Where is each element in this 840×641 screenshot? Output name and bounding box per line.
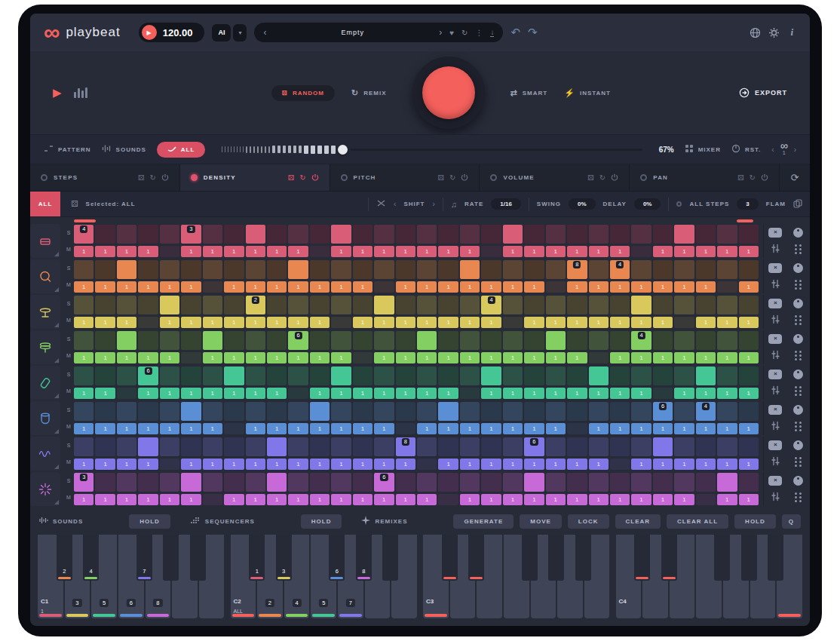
clear-button[interactable]: CLEAR bbox=[615, 514, 661, 529]
micro-step-cell[interactable]: 1 bbox=[653, 494, 673, 505]
micro-step-cell[interactable]: 1 bbox=[374, 494, 394, 505]
micro-step-cell[interactable]: 1 bbox=[717, 246, 737, 257]
step-cell[interactable] bbox=[674, 437, 694, 456]
micro-step-cell[interactable]: 1 bbox=[353, 423, 372, 434]
micro-step-cell[interactable] bbox=[374, 281, 394, 293]
micro-step-cell[interactable]: 1 bbox=[396, 317, 415, 328]
micro-step-cell[interactable]: 1 bbox=[396, 246, 415, 257]
step-cell[interactable] bbox=[589, 402, 609, 421]
shift-left-button[interactable]: ‹ bbox=[394, 200, 396, 208]
step-cell[interactable]: 8 bbox=[396, 437, 415, 456]
browser-icon[interactable] bbox=[750, 27, 761, 38]
micro-step-cell[interactable]: 1 bbox=[696, 459, 716, 470]
micro-step-cell[interactable]: 1 bbox=[589, 281, 609, 293]
micro-step-cell[interactable]: 1 bbox=[203, 352, 222, 363]
preset-menu-icon[interactable]: ⋮ bbox=[475, 29, 483, 37]
micro-step-cell[interactable]: 1 bbox=[95, 317, 115, 328]
step-cell[interactable] bbox=[546, 402, 566, 421]
micro-step-cell[interactable]: 1 bbox=[138, 281, 158, 293]
track-select-snare-drum[interactable] bbox=[30, 224, 60, 258]
step-cell[interactable] bbox=[138, 331, 158, 350]
step-cell[interactable] bbox=[224, 260, 244, 279]
step-cell[interactable] bbox=[117, 437, 136, 456]
step-cell[interactable] bbox=[117, 260, 136, 279]
micro-step-cell[interactable]: 1 bbox=[674, 246, 694, 257]
power-icon[interactable] bbox=[461, 173, 468, 182]
micro-step-cell[interactable]: 1 bbox=[288, 459, 308, 470]
step-cell[interactable] bbox=[481, 437, 501, 456]
piano-key-black[interactable] bbox=[382, 535, 398, 581]
refresh-icon[interactable]: ↻ bbox=[750, 173, 756, 182]
step-cell[interactable]: 2 bbox=[246, 296, 265, 314]
step-cell[interactable] bbox=[653, 437, 673, 456]
micro-step-cell[interactable]: 1 bbox=[546, 246, 566, 257]
micro-step-cell[interactable]: 1 bbox=[631, 281, 651, 293]
step-cell[interactable] bbox=[288, 473, 308, 492]
step-cell[interactable] bbox=[503, 437, 523, 456]
piano-key-black[interactable] bbox=[768, 535, 783, 581]
micro-step-cell[interactable]: 1 bbox=[267, 459, 287, 470]
step-cell[interactable] bbox=[331, 402, 351, 421]
micro-step-cell[interactable] bbox=[203, 281, 222, 293]
micro-step-cell[interactable]: 1 bbox=[396, 352, 415, 363]
step-cell[interactable] bbox=[717, 473, 737, 492]
micro-step-cell[interactable]: 1 bbox=[267, 423, 287, 434]
preset-prev-button[interactable]: ‹ bbox=[263, 27, 266, 38]
step-cell[interactable] bbox=[310, 367, 330, 385]
step-cell[interactable] bbox=[160, 437, 179, 456]
micro-step-cell[interactable]: 1 bbox=[653, 352, 673, 363]
micro-step-cell[interactable]: 1 bbox=[739, 423, 759, 434]
loop-end-marker[interactable] bbox=[737, 219, 753, 222]
step-cell[interactable] bbox=[203, 225, 222, 244]
micro-step-cell[interactable]: 1 bbox=[160, 494, 179, 505]
power-icon[interactable] bbox=[161, 173, 169, 182]
micro-step-cell[interactable]: 1 bbox=[288, 423, 308, 434]
micro-step-cell[interactable]: 1 bbox=[460, 317, 480, 328]
bpm-display[interactable]: ▶ 120.00 bbox=[139, 23, 205, 42]
step-cell[interactable] bbox=[546, 260, 566, 279]
micro-step-cell[interactable]: 1 bbox=[138, 459, 158, 470]
micro-step-cell[interactable] bbox=[117, 388, 136, 399]
step-cell[interactable] bbox=[203, 473, 222, 492]
loop-prev-button[interactable]: ‹ bbox=[771, 146, 774, 154]
step-cell[interactable] bbox=[288, 296, 308, 314]
micro-step-cell[interactable]: 1 bbox=[74, 494, 94, 505]
micro-step-cell[interactable]: 1 bbox=[696, 388, 716, 399]
micro-step-cell[interactable]: 1 bbox=[353, 459, 372, 470]
step-cell[interactable] bbox=[353, 331, 372, 350]
infinite-generator-knob[interactable] bbox=[422, 66, 475, 119]
dice-icon[interactable]: ⚄ bbox=[437, 173, 444, 182]
step-cell[interactable] bbox=[438, 260, 458, 279]
step-cell[interactable] bbox=[567, 367, 587, 385]
micro-step-cell[interactable]: 1 bbox=[310, 494, 330, 505]
randomize-dice-icon[interactable]: ⚄ bbox=[71, 199, 78, 209]
micro-step-cell[interactable]: 1 bbox=[567, 494, 587, 505]
ai-mode-button[interactable]: AI bbox=[212, 24, 231, 41]
hold-sounds-button[interactable]: HOLD bbox=[129, 514, 170, 529]
micro-step-cell[interactable]: 1 bbox=[396, 459, 415, 470]
step-cell[interactable] bbox=[460, 367, 480, 385]
step-cell[interactable] bbox=[74, 260, 94, 279]
step-cell[interactable] bbox=[353, 225, 372, 244]
refresh-icon[interactable]: ↻ bbox=[149, 173, 155, 182]
preset-name[interactable]: Empty bbox=[274, 29, 431, 36]
step-cell[interactable] bbox=[95, 225, 115, 244]
hold-remixes-button[interactable]: HOLD bbox=[734, 514, 776, 529]
piano-key-black[interactable]: 1 bbox=[249, 535, 265, 581]
density-slider-thumb[interactable] bbox=[338, 145, 348, 155]
clear-track-button[interactable]: × bbox=[768, 228, 782, 238]
flam-label[interactable]: FLAM bbox=[766, 201, 786, 207]
step-cell[interactable]: 4 bbox=[696, 402, 716, 421]
piano-key-black[interactable]: 6 bbox=[329, 535, 345, 581]
micro-step-cell[interactable]: 1 bbox=[160, 423, 179, 434]
micro-step-cell[interactable]: 1 bbox=[374, 246, 394, 257]
micro-step-cell[interactable]: 1 bbox=[567, 352, 587, 363]
step-cell[interactable] bbox=[524, 225, 544, 244]
infinity-icon[interactable]: ∞ bbox=[780, 142, 788, 149]
micro-step-cell[interactable]: 1 bbox=[396, 281, 415, 293]
micro-step-cell[interactable]: 1 bbox=[181, 281, 201, 293]
micro-step-cell[interactable] bbox=[460, 388, 480, 399]
step-cell[interactable] bbox=[160, 225, 179, 244]
step-cell[interactable] bbox=[74, 331, 94, 350]
step-cell[interactable] bbox=[717, 367, 737, 385]
